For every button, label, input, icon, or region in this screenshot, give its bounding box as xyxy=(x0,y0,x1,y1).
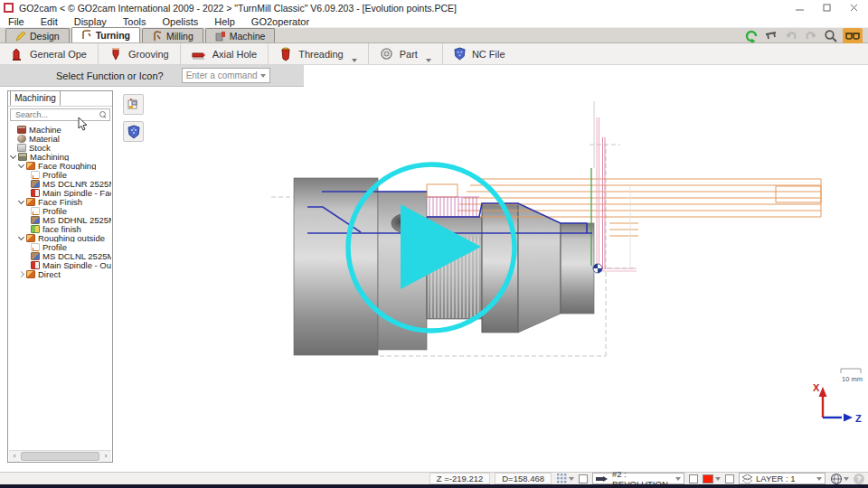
tree-item-material[interactable]: Material xyxy=(9,134,111,143)
tree-item-face-finish[interactable]: Face Finish xyxy=(9,197,111,206)
grooving-toolpath xyxy=(427,197,479,217)
color-picker-button[interactable] xyxy=(703,474,721,483)
menu-file[interactable]: File xyxy=(0,16,33,27)
viewport-canvas: 10 mm X Z xyxy=(146,87,866,472)
tab-turning[interactable]: Turning xyxy=(71,27,140,42)
machining-node-icon xyxy=(18,153,27,161)
spindle-selector[interactable]: #2 : REVOLUTION xyxy=(592,473,684,484)
tree-search-box[interactable] xyxy=(10,108,110,121)
tool-icon xyxy=(31,180,40,188)
tab-design[interactable]: Design xyxy=(5,28,70,42)
expander-icon[interactable] xyxy=(9,153,17,161)
spindle-checkbox[interactable] xyxy=(579,474,588,483)
axial-hole-icon xyxy=(192,48,206,61)
command-bar: Select Function or Icon? Enter a command xyxy=(0,65,304,87)
scroll-left-icon[interactable]: ‹ xyxy=(9,451,20,462)
bottom-edge xyxy=(0,484,868,488)
general-ope-icon xyxy=(11,47,24,61)
help-icon[interactable]: ? xyxy=(854,474,864,484)
minimize-button[interactable] xyxy=(787,0,814,15)
title-bar: GO2cam < © GO2cam International 2009 - 2… xyxy=(0,0,868,15)
menu-edit[interactable]: Edit xyxy=(33,16,66,27)
tree-item-profile[interactable]: Profile xyxy=(9,170,111,179)
expander-icon[interactable] xyxy=(17,234,25,242)
scroll-right-icon[interactable]: › xyxy=(100,451,111,462)
command-dropdown-value: Enter a command xyxy=(186,70,258,80)
window-title: GO2cam < © GO2cam International 2009 - 2… xyxy=(19,3,457,14)
tree-item-spindle-outside[interactable]: Main Spindle - Outside xyxy=(9,260,111,269)
module-tab-strip: Design Turning Milling Machine xyxy=(0,28,868,43)
tree-item-direct[interactable]: Direct xyxy=(9,269,111,278)
milling-tool-icon xyxy=(152,31,163,42)
command-dropdown[interactable]: Enter a command xyxy=(182,68,270,83)
scrollbar-thumb[interactable] xyxy=(21,452,99,461)
tool-icon xyxy=(31,216,40,224)
general-ope-button[interactable]: General Ope xyxy=(0,43,99,65)
axis-x-label: X xyxy=(813,382,820,393)
axis-z-label: Z xyxy=(855,413,862,424)
axial-hole-button[interactable]: Axial Hole xyxy=(181,43,269,65)
machining-panel-tab[interactable]: Machining xyxy=(10,90,61,106)
tree-item-face-finish-cycle[interactable]: face finish xyxy=(9,224,111,233)
expander-icon[interactable] xyxy=(17,198,25,206)
part-icon xyxy=(380,47,393,61)
menu-help[interactable]: Help xyxy=(206,16,243,27)
maximize-button[interactable] xyxy=(814,0,841,15)
nc-shield-button[interactable] xyxy=(123,121,144,142)
expander-icon[interactable] xyxy=(17,270,25,278)
redo-icon[interactable] xyxy=(803,28,819,44)
measure-caliper-icon[interactable] xyxy=(763,28,779,44)
grooving-button[interactable]: Grooving xyxy=(99,43,181,65)
part-button[interactable]: Part xyxy=(369,43,443,65)
grid-snap-button[interactable] xyxy=(556,473,574,484)
tree-item-profile[interactable]: Profile xyxy=(9,206,111,215)
operation-icon xyxy=(26,198,35,206)
tree-item-face-roughing[interactable]: Face Roughing xyxy=(9,161,111,170)
expander-icon[interactable] xyxy=(17,162,25,170)
viewport[interactable]: 10 mm X Z xyxy=(146,87,866,472)
tab-milling[interactable]: Milling xyxy=(142,28,203,42)
command-prompt-label: Select Function or Icon? xyxy=(56,70,164,81)
color-checkbox[interactable] xyxy=(689,474,698,483)
undo-icon[interactable] xyxy=(783,28,799,44)
tree-item-stock[interactable]: Stock xyxy=(9,143,111,152)
operation-icon xyxy=(26,234,35,242)
machine-display-button[interactable] xyxy=(123,94,144,115)
finish-icon xyxy=(31,225,40,233)
menu-display[interactable]: Display xyxy=(66,16,115,27)
approach-lines xyxy=(591,101,637,271)
menu-go2operator[interactable]: GO2operator xyxy=(243,16,317,27)
profile-icon xyxy=(31,171,40,179)
tree-item-tool[interactable]: MS DDHNL 2525M 15.T00 xyxy=(9,215,111,224)
machine-node-icon xyxy=(17,126,26,134)
layer-selector[interactable]: LAYER : 1 xyxy=(739,473,826,484)
tree-item-machine[interactable]: Machine xyxy=(9,125,111,134)
threading-icon xyxy=(279,47,292,61)
layer-checkbox[interactable] xyxy=(725,474,734,483)
tool-position-marker xyxy=(593,264,602,273)
chevron-down-icon xyxy=(675,477,681,481)
view-sphere-button[interactable] xyxy=(830,473,849,485)
zoom-icon[interactable] xyxy=(823,28,839,44)
regenerate-icon[interactable] xyxy=(743,28,760,44)
tree-item-profile[interactable]: Profile xyxy=(9,242,111,251)
tree-item-tool[interactable]: MS DCLNR 2525M 16.T00 xyxy=(9,179,111,188)
view-glasses-icon[interactable] xyxy=(843,28,863,44)
close-button[interactable] xyxy=(841,0,868,15)
profile-icon xyxy=(31,207,40,215)
nc-file-shield-icon xyxy=(454,47,466,61)
menu-opelists[interactable]: Opelists xyxy=(154,16,206,27)
tree-item-tool[interactable]: MS DCLNL 2525M 09.T00 xyxy=(9,251,111,260)
tab-machine[interactable]: Machine xyxy=(205,28,276,42)
nc-file-button[interactable]: NC File xyxy=(443,43,516,65)
operation-icon xyxy=(26,162,35,170)
menu-tools[interactable]: Tools xyxy=(115,16,155,27)
threading-button[interactable]: Threading xyxy=(269,43,369,65)
tree-item-machining[interactable]: Machining xyxy=(9,152,111,161)
tree-item-roughing-outside[interactable]: Roughing outside xyxy=(9,233,111,242)
horizontal-scrollbar[interactable]: ‹ › xyxy=(9,450,111,461)
spindle-icon xyxy=(31,189,40,197)
machining-tree: Machine Material Stock Machining Face Ro… xyxy=(9,125,111,448)
tree-item-spindle-face[interactable]: Main Spindle - Face xyxy=(9,188,111,197)
pencil-icon xyxy=(15,31,26,42)
